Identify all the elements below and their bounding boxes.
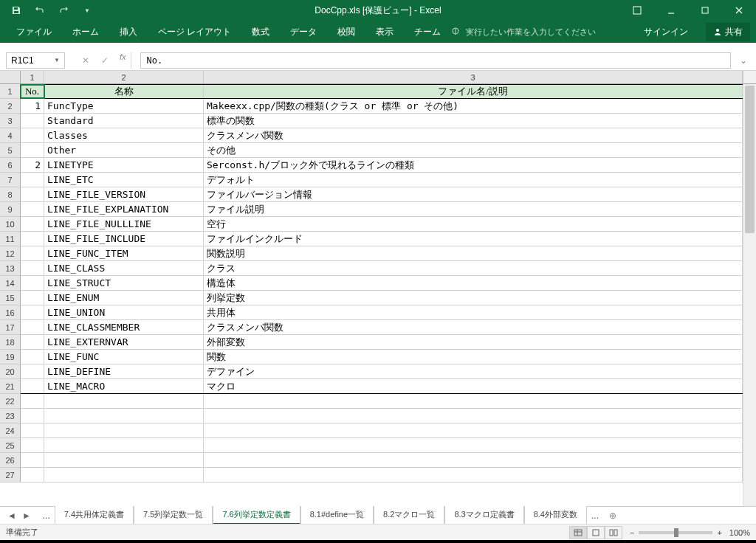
row-header[interactable]: 24: [0, 423, 21, 438]
sheet-tab[interactable]: 7.6列挙定数定義書: [213, 506, 300, 525]
row-header[interactable]: 27: [0, 468, 21, 483]
cells-area[interactable]: No. 名称 ファイル名/説明 1FuncTypeMakeexx.cpp/関数の…: [21, 84, 743, 506]
cell[interactable]: クラス: [204, 261, 743, 275]
cell[interactable]: LINE_EXTERNVAR: [44, 335, 204, 349]
cell-no-header[interactable]: No.: [21, 85, 44, 98]
cell[interactable]: [21, 364, 44, 378]
cell[interactable]: [204, 453, 743, 467]
cell[interactable]: Other: [44, 143, 204, 157]
cell[interactable]: ファイル説明: [204, 202, 743, 216]
ribbon-options-button[interactable]: [620, 0, 654, 21]
cell[interactable]: [44, 438, 204, 452]
sheet-nav-prev-icon[interactable]: ◄: [6, 511, 18, 521]
cell[interactable]: [44, 423, 204, 437]
share-button[interactable]: 共有: [706, 23, 750, 41]
row-header[interactable]: 15: [0, 291, 21, 305]
cell[interactable]: ファイルバージョン情報: [204, 187, 743, 201]
tell-me-search[interactable]: 実行したい作業を入力してください: [451, 27, 596, 38]
cell[interactable]: クラスメンバ関数: [204, 128, 743, 142]
cell[interactable]: [21, 291, 44, 305]
cell[interactable]: [21, 187, 44, 201]
cell[interactable]: [21, 409, 44, 423]
cell[interactable]: [204, 423, 743, 437]
row-header[interactable]: 18: [0, 335, 21, 350]
cell[interactable]: [21, 202, 44, 216]
add-sheet-button[interactable]: ⊕: [603, 511, 622, 521]
page-break-view-button[interactable]: [605, 526, 622, 539]
cell[interactable]: 外部変数: [204, 335, 743, 349]
column-header[interactable]: 1: [21, 71, 44, 83]
row-header[interactable]: 5: [0, 143, 21, 158]
cell[interactable]: [21, 379, 44, 393]
row-header[interactable]: 11: [0, 232, 21, 246]
cell[interactable]: Standard: [44, 114, 204, 128]
cell[interactable]: LINE_DEFINE: [44, 364, 204, 378]
row-header[interactable]: 12: [0, 246, 21, 261]
name-box[interactable]: R1C1 ▼: [6, 52, 65, 69]
row-header[interactable]: 1: [0, 84, 21, 99]
sheet-tab[interactable]: 7.4共用体定義書: [55, 506, 134, 525]
row-header[interactable]: 3: [0, 114, 21, 128]
minimize-button[interactable]: [654, 0, 688, 21]
cell[interactable]: LINE_FILE_EXPLANATION: [44, 202, 204, 216]
sheet-tab[interactable]: 8.4外部変数: [524, 506, 587, 525]
cell[interactable]: LINE_FILE_VERSION: [44, 187, 204, 201]
zoom-thumb[interactable]: [674, 528, 678, 537]
cell[interactable]: 構造体: [204, 276, 743, 290]
cell[interactable]: [204, 438, 743, 452]
cell[interactable]: [44, 453, 204, 467]
formula-input[interactable]: No.: [140, 52, 731, 69]
save-button[interactable]: [6, 1, 27, 19]
zoom-track[interactable]: [639, 531, 712, 534]
cell[interactable]: LINE_FILE_NULLLINE: [44, 217, 204, 231]
cell[interactable]: 関数: [204, 350, 743, 364]
row-header[interactable]: 20: [0, 364, 21, 379]
cell[interactable]: 空行: [204, 217, 743, 231]
sheet-nav-next-icon[interactable]: ►: [21, 511, 32, 521]
row-header[interactable]: 4: [0, 128, 21, 143]
cell[interactable]: 共用体: [204, 305, 743, 319]
cell[interactable]: [21, 232, 44, 246]
tab-view[interactable]: 表示: [365, 21, 404, 43]
cell[interactable]: [21, 335, 44, 349]
cell[interactable]: [21, 394, 44, 408]
cell[interactable]: LINE_CLASS: [44, 261, 204, 275]
row-header[interactable]: 17: [0, 320, 21, 335]
tab-page-layout[interactable]: ページ レイアウト: [148, 21, 241, 43]
enter-formula-button[interactable]: ✓: [96, 52, 114, 69]
select-all-corner[interactable]: [0, 71, 21, 83]
cell[interactable]: 2: [21, 158, 44, 172]
row-header[interactable]: 7: [0, 173, 21, 187]
cell[interactable]: LINE_MACRO: [44, 379, 204, 393]
cell[interactable]: Classes: [44, 128, 204, 142]
cell[interactable]: LINE_STRUCT: [44, 276, 204, 290]
cell[interactable]: [21, 453, 44, 467]
page-layout-view-button[interactable]: [587, 526, 605, 539]
row-header[interactable]: 21: [0, 379, 21, 394]
cell[interactable]: [21, 261, 44, 275]
cell[interactable]: LINETYPE: [44, 158, 204, 172]
row-header[interactable]: 14: [0, 276, 21, 291]
row-header[interactable]: 10: [0, 217, 21, 232]
cell[interactable]: [204, 394, 743, 408]
sheet-ellipsis-start[interactable]: ...: [38, 511, 55, 521]
sheet-ellipsis-end[interactable]: ...: [587, 511, 603, 521]
cell[interactable]: [21, 246, 44, 260]
zoom-out-button[interactable]: −: [630, 528, 634, 537]
expand-formula-bar-button[interactable]: ⌄: [737, 55, 750, 66]
cell[interactable]: LINE_CLASSMEMBER: [44, 320, 204, 334]
cell[interactable]: LINE_FUNC: [44, 350, 204, 364]
maximize-button[interactable]: [688, 0, 722, 21]
signin-button[interactable]: サインイン: [635, 26, 697, 38]
cell[interactable]: [21, 305, 44, 319]
column-header[interactable]: 2: [44, 71, 204, 83]
row-header[interactable]: 26: [0, 453, 21, 468]
cell[interactable]: LINE_FUNC_ITEM: [44, 246, 204, 260]
cell[interactable]: [21, 423, 44, 437]
cell-name-header[interactable]: 名称: [44, 85, 204, 98]
cell[interactable]: マクロ: [204, 379, 743, 393]
fx-icon[interactable]: fx: [115, 52, 131, 69]
sheet-tab[interactable]: 7.5列挙定数一覧: [134, 506, 213, 525]
cell[interactable]: FuncType: [44, 99, 204, 113]
row-header[interactable]: 8: [0, 187, 21, 202]
